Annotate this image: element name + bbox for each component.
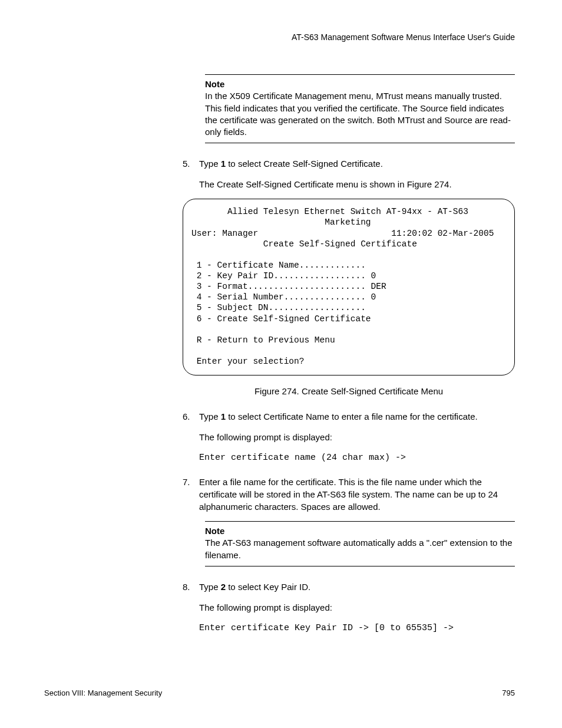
text: Type [199,582,221,592]
terminal-line: Create Self-Signed Certificate [191,239,417,249]
mono-prompt: Enter certificate Key Pair ID -> [0 to 6… [199,622,515,634]
bold-text: 2 [221,582,226,592]
step-after: The following prompt is displayed: [199,601,515,614]
step-number: 6. [183,410,199,423]
step-body: Type 2 to select Key Pair ID. [199,581,515,593]
terminal-line: Marketing [191,218,371,227]
content-area: Note In the X509 Certificate Management … [183,74,515,634]
terminal-output: Allied Telesyn Ethernet Switch AT-94xx -… [183,199,515,375]
step-7: 7. Enter a file name for the certificate… [183,476,515,513]
step-body: Type 1 to select Create Self-Signed Cert… [199,157,515,170]
footer-section: Section VIII: Management Security [44,689,162,697]
step-after: The Create Self-Signed Certificate menu … [199,178,515,190]
footer-page-number: 795 [502,689,515,697]
terminal-option: 3 - Format....................... DER [191,282,386,291]
note-text: In the X509 Certificate Management menu,… [205,90,515,138]
bold-text: 1 [221,159,226,169]
step-number: 7. [183,476,199,513]
note-block-2: Note The AT-S63 management software auto… [205,521,515,566]
terminal-option: 6 - Create Self-Signed Certificate [191,314,371,324]
step-5: 5. Type 1 to select Create Self-Signed C… [183,157,515,190]
terminal-option: 4 - Serial Number................ 0 [191,292,376,302]
terminal-option: 2 - Key Pair ID.................. 0 [191,271,376,281]
step-after: The following prompt is displayed: [199,431,515,443]
terminal-option: 1 - Certificate Name............. [191,261,366,270]
text: to select Create Self-Signed Certificate… [226,159,383,169]
text: Type [199,411,221,421]
step-6: 6. Type 1 to select Certificate Name to … [183,410,515,464]
step-body: Enter a file name for the certificate. T… [199,476,515,513]
page: AT-S63 Management Software Menus Interfa… [0,0,562,728]
terminal-prompt: Enter your selection? [191,357,304,366]
step-body: Type 1 to select Certificate Name to ent… [199,410,515,423]
mono-prompt: Enter certificate name (24 char max) -> [199,452,515,464]
note-label: Note [205,78,515,90]
step-number: 5. [183,157,199,170]
page-footer: Section VIII: Management Security 795 [44,689,515,697]
terminal-line: Allied Telesyn Ethernet Switch AT-94xx -… [191,207,468,216]
figure-caption: Figure 274. Create Self-Signed Certifica… [183,386,515,396]
terminal-option: R - Return to Previous Menu [191,335,335,345]
note-label: Note [205,525,515,537]
step-number: 8. [183,581,199,593]
header-guide-title: AT-S63 Management Software Menus Interfa… [44,32,515,42]
step-8: 8. Type 2 to select Key Pair ID. The fol… [183,581,515,634]
text: to select Key Pair ID. [226,582,310,592]
terminal-option: 5 - Subject DN................... [191,303,366,312]
text: Type [199,159,221,169]
terminal-line: User: Manager 11:20:02 02-Mar-2005 [191,229,494,238]
note-text: The AT-S63 management software automatic… [205,537,515,561]
text: to select Certificate Name to enter a fi… [226,411,478,421]
note-block-1: Note In the X509 Certificate Management … [205,74,515,143]
bold-text: 1 [221,411,226,421]
